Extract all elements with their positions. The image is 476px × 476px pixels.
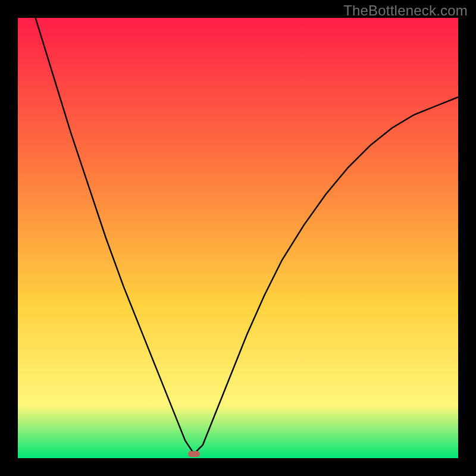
chart-svg: [18, 18, 458, 458]
gradient-background: [18, 18, 458, 458]
watermark-text: TheBottleneck.com: [343, 2, 468, 19]
minimum-marker: [188, 451, 200, 457]
plot-area: [18, 18, 458, 458]
chart-frame: TheBottleneck.com: [0, 0, 476, 476]
